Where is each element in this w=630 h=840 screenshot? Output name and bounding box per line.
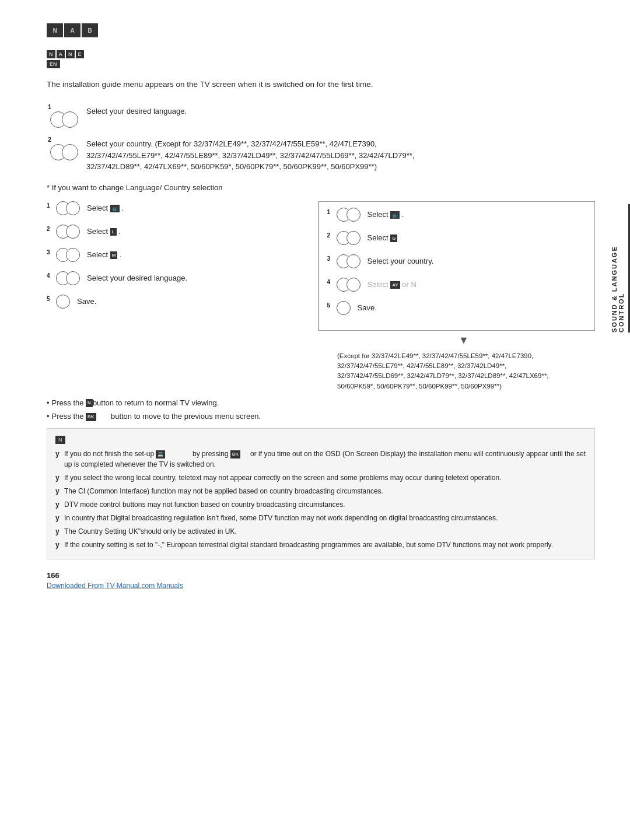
step-text-1: Select your desired language. xyxy=(86,103,595,117)
logo-cell-2: A xyxy=(64,23,80,37)
main-logo: N A B xyxy=(47,23,98,37)
note-item-6: y The Country Setting UK"should only be … xyxy=(55,526,586,537)
r-step-text-4: Select AY or N xyxy=(368,279,416,290)
change-note: * If you want to change Language/ Countr… xyxy=(47,183,595,192)
note-item-7: y If the country setting is set to "-," … xyxy=(55,540,586,550)
l-step-num-1: 1 xyxy=(47,202,52,209)
note-y-7: y xyxy=(55,540,61,550)
l-circles-3 xyxy=(56,248,80,262)
setup-icon: 💻 xyxy=(156,450,165,459)
r-step-text-2: Select G xyxy=(368,233,398,243)
r-step-4: 4 Select AY or N xyxy=(327,278,587,292)
footer-link[interactable]: Downloaded From TV-Manual.com Manuals xyxy=(47,582,183,590)
r-step-num-5: 5 xyxy=(327,302,333,309)
bullet-text-2: Press the BK button to move to the previ… xyxy=(52,411,261,422)
r-step-5: 5 Save. xyxy=(327,301,587,315)
l-step-num-2: 2 xyxy=(47,226,52,232)
n-icon: N xyxy=(86,399,93,407)
circles-1 xyxy=(50,111,78,128)
bullet-dot-1: • xyxy=(47,397,50,409)
r-circles-3 xyxy=(337,254,360,268)
r-circles-5 xyxy=(337,301,351,315)
logo-cell-3: B xyxy=(82,23,98,37)
logo-area: N A B xyxy=(47,23,595,37)
r-circle-5a xyxy=(337,301,351,315)
note-text-4: DTV mode control buttons may not functio… xyxy=(64,499,345,510)
r-circle-3b xyxy=(346,254,360,268)
bullet-list: • Press the Nbutton to return to normal … xyxy=(47,397,595,422)
logo-cell-1: N xyxy=(47,23,63,37)
arrow-down: ▼ xyxy=(332,334,595,346)
note-y-6: y xyxy=(55,526,61,537)
l-circles-4 xyxy=(56,271,80,285)
note-y-3: y xyxy=(55,486,61,496)
l-step-num-3: 3 xyxy=(47,249,52,256)
l-circles-1 xyxy=(56,201,80,215)
circles-2 xyxy=(50,144,78,160)
l-circles-5 xyxy=(56,295,70,309)
note-text-1: If you do not finish the set-up 💻 by pre… xyxy=(64,449,586,470)
l-circle-4b xyxy=(66,271,80,285)
note-text-2: If you select the wrong local country, t… xyxy=(64,473,502,483)
note-text-6: The Country Setting UK"should only be ac… xyxy=(64,526,237,537)
note-text-3: The CI (Common Interface) function may n… xyxy=(64,486,383,496)
r-circle-2b xyxy=(346,231,360,245)
sub-logo-cell-4: E xyxy=(76,50,84,58)
note-item-4: y DTV mode control buttons may not funct… xyxy=(55,499,586,510)
l-step-text-5: Save. xyxy=(77,296,96,307)
note-item-1: y If you do not finish the set-up 💻 by p… xyxy=(55,449,586,470)
note-y-1: y xyxy=(55,449,61,459)
note-item-3: y The CI (Common Interface) function may… xyxy=(55,486,586,496)
note-y-2: y xyxy=(55,473,61,483)
two-col-layout: 1 Select 📺 . 2 Select L . 3 xyxy=(47,201,595,331)
sub-logo-area: N A N E EN xyxy=(47,49,595,68)
step-num-group-1: 1 xyxy=(47,103,82,128)
sub-logo-cell-2: A xyxy=(57,50,65,58)
left-column: 1 Select 📺 . 2 Select L . 3 xyxy=(47,201,318,331)
note-y-5: y xyxy=(55,513,61,523)
step-num-1: 1 xyxy=(48,103,51,110)
note-section: N y If you do not finish the set-up 💻 by… xyxy=(47,428,595,559)
page-number: 166 xyxy=(47,571,595,580)
step-text-2: Select your country. (Except for 32/37/4… xyxy=(86,136,595,173)
initial-steps: 1 Select your desired language. 2 Select… xyxy=(47,103,595,173)
l-step-text-4: Select your desired language. xyxy=(87,273,187,284)
circle-2b xyxy=(62,144,78,160)
r-step-num-3: 3 xyxy=(327,256,333,262)
intro-text: The installation guide menu appears on t… xyxy=(47,79,595,90)
page-footer: 166 Downloaded From TV-Manual.com Manual… xyxy=(47,571,595,590)
l-step-text-2: Select L . xyxy=(87,226,121,237)
r-circle-1b xyxy=(346,208,360,222)
r-step-text-5: Save. xyxy=(358,303,377,313)
l-circle-1b xyxy=(66,201,80,215)
step-row-2: 2 Select your country. (Except for 32/37… xyxy=(47,136,595,173)
r-icon-2: G xyxy=(390,235,397,242)
menu-icon-l1: 📺 xyxy=(110,205,120,212)
note-list: y If you do not finish the set-up 💻 by p… xyxy=(55,449,586,550)
r-step-text-3: Select your country. xyxy=(368,256,434,267)
r-circles-2 xyxy=(337,231,360,245)
l-circles-2 xyxy=(56,225,80,239)
sub-note-cell: EN xyxy=(47,60,60,68)
r-menu-icon-1: 📺 xyxy=(390,211,400,219)
l-step-1: 1 Select 📺 . xyxy=(47,201,306,215)
l-step-num-5: 5 xyxy=(47,296,52,302)
step-num-2: 2 xyxy=(48,136,51,143)
l-step-num-4: 4 xyxy=(47,272,52,279)
note-y-4: y xyxy=(55,499,61,510)
l-step-4: 4 Select your desired language. xyxy=(47,271,306,285)
r-step-num-4: 4 xyxy=(327,279,333,285)
sidebar-label: SOUND & LANGUAGE CONTROL xyxy=(611,204,630,332)
sub-logo-cell-3: N xyxy=(66,50,75,58)
note-text-5: In country that Digital broadcasting reg… xyxy=(64,513,498,523)
note-text-7: If the country setting is set to "-," Eu… xyxy=(64,540,553,550)
bk-icon-2: BK xyxy=(230,450,241,459)
bullet-dot-2: • xyxy=(47,411,50,422)
l-step-text-1: Select 📺 . xyxy=(87,203,124,214)
note-item-5: y In country that Digital broadcasting r… xyxy=(55,513,586,523)
right-column: 1 Select 📺 . 2 Select G 3 xyxy=(318,201,596,331)
bullet-text-1: Press the Nbutton to return to normal TV… xyxy=(52,397,219,409)
circle-1b xyxy=(62,111,78,128)
l-step-5: 5 Save. xyxy=(47,295,306,309)
bk-icon: BK xyxy=(86,413,96,421)
